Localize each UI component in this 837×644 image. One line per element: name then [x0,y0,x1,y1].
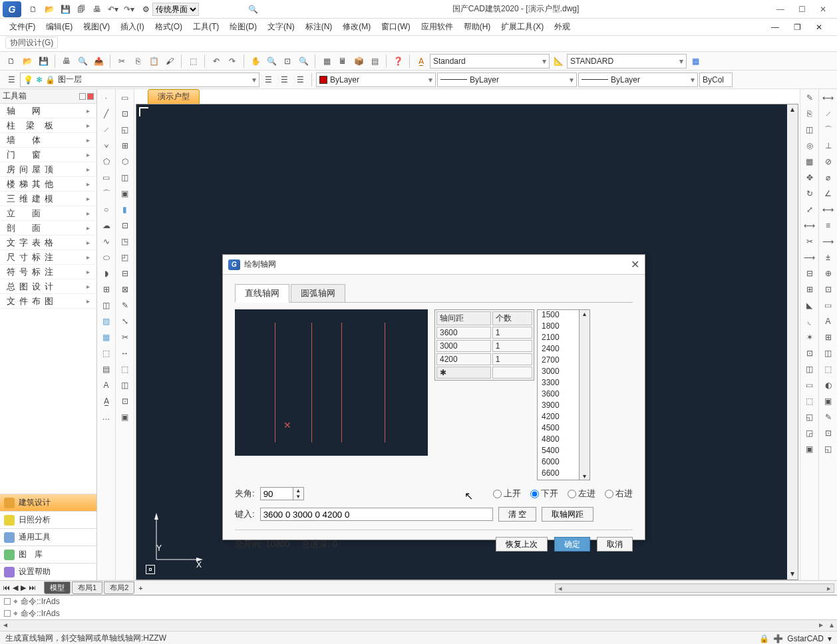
tool-icon[interactable]: ▭ [118,90,132,105]
spin-down-icon[interactable]: ▼ [293,494,303,500]
table-icon[interactable]: ▤ [99,362,114,377]
line-icon[interactable]: ╱ [99,106,114,121]
menu-appearance[interactable]: 外观 [549,19,576,35]
save-icon[interactable]: 💾 [36,54,51,69]
spline-icon[interactable]: ∿ [99,234,114,249]
preset-list[interactable]: 1500 1800 2100 2400 2700 3000 3300 3600 … [537,309,580,480]
restore-button[interactable]: 恢复上次 [496,537,548,552]
redo-icon[interactable]: ↷▾ [122,3,136,16]
lineweight-combo[interactable]: ByLayer▾ [578,73,698,87]
mirror-icon[interactable]: ◫ [802,122,817,137]
tool-icon[interactable]: ▣ [821,394,836,408]
tool-icon[interactable]: ⊟ [118,266,132,281]
maximize-button[interactable]: ☐ [794,2,809,17]
layerstate-icon[interactable]: ☰ [261,73,275,87]
dimstyle-combo[interactable]: STANDARD▾ [567,54,687,69]
tools-icon[interactable]: ▤ [367,54,382,69]
open-icon[interactable]: 📂 [20,54,35,69]
toolbox-item[interactable]: 门 窗▸ [0,148,96,162]
status-lock-icon[interactable]: 🔒 [759,634,769,643]
dim-baseline-icon[interactable]: ≡ [821,218,836,233]
cut-icon[interactable]: ✂ [114,54,129,69]
match-icon[interactable]: 🖌 [162,54,177,69]
tool-icon[interactable]: ▮ [118,202,132,217]
keyin-input[interactable] [260,508,493,521]
break-icon[interactable]: ⊟ [802,266,817,281]
dialog-titlebar[interactable]: G 绘制轴网 ✕ [223,255,645,275]
scale-icon[interactable]: ⤢ [802,202,817,217]
radio-left[interactable]: 左进 [568,488,595,500]
category-sun[interactable]: 日照分析 [0,511,96,528]
save-icon[interactable]: 💾 [59,3,72,16]
extend-icon[interactable]: ⟶ [802,250,817,265]
plotstyle-combo[interactable]: ByCol [699,73,733,87]
menu-ext[interactable]: 扩展工具(X) [496,19,549,35]
radio-bottom[interactable]: 下开 [530,488,558,500]
arc-icon[interactable]: ⌒ [99,186,114,201]
tool-icon[interactable]: ⊡ [118,218,132,233]
trim-icon[interactable]: ✂ [802,234,817,249]
undo-icon[interactable]: ↶▾ [106,3,120,16]
tool-icon[interactable]: ⬚ [821,362,836,377]
tab-prev-icon[interactable]: ◀ [13,583,18,592]
category-settings[interactable]: 设置帮助 [0,563,96,580]
toolbox-item[interactable]: 符号标注▸ [0,265,96,279]
block-icon[interactable]: ◫ [99,298,114,313]
more-icon[interactable]: … [99,410,114,424]
tool-icon[interactable]: ⊡ [118,394,132,408]
layeriso-icon[interactable]: ☰ [277,73,291,87]
angle-input[interactable] [260,487,293,500]
tool-icon[interactable]: ⬚ [802,394,817,408]
layerprev-icon[interactable]: ☰ [293,73,307,87]
tool-icon[interactable]: ◱ [802,410,817,424]
menu-insert[interactable]: 插入(I) [115,19,149,35]
explode-icon[interactable]: ✶ [802,330,817,345]
toolbox-item[interactable]: 总图设计▸ [0,279,96,294]
tab-next-icon[interactable]: ▶ [21,583,26,592]
preset-scrollbar[interactable]: ▴▾ [580,309,590,480]
textstyle-icon[interactable]: A̲ [414,54,428,69]
tool-icon[interactable]: ▣ [802,442,817,456]
toolbox-item[interactable]: 房间屋顶▸ [0,162,96,177]
tool-icon[interactable]: A [821,314,836,329]
menu-format[interactable]: 格式(O) [150,19,188,35]
command-scrollbar[interactable]: ◂▸▴ [0,619,837,630]
zoom-rt-icon[interactable]: 🔍 [264,54,279,69]
array-icon[interactable]: ▦ [802,154,817,169]
tool-icon[interactable]: ⬡ [118,154,132,169]
center-icon[interactable]: ⊕ [821,266,836,281]
category-arch[interactable]: 建筑设计 [0,494,96,511]
close-button[interactable]: ✕ [816,2,830,17]
command-line[interactable]: ⌖命令::IrAds [0,607,837,619]
category-library[interactable]: 图 库 [0,546,96,563]
tool-icon[interactable]: ◰ [118,250,132,265]
dimstyle-icon[interactable]: 📐 [551,54,566,69]
tab-add-icon[interactable]: + [136,584,145,592]
status-menu-icon[interactable]: ▾ [828,634,832,643]
toolbox-item[interactable]: 剖 面▸ [0,221,96,236]
toolbox-item[interactable]: 三维建模▸ [0,192,96,206]
minimize-button[interactable]: — [773,2,788,17]
dc-icon[interactable]: 📦 [351,54,366,69]
tab-layout2[interactable]: 布局2 [104,581,134,594]
text-icon[interactable]: A̲ [99,394,114,408]
redo-icon[interactable]: ↷ [225,54,240,69]
clear-button[interactable]: 清 空 [498,507,536,522]
radio-right[interactable]: 右进 [605,488,633,500]
color-combo[interactable]: ByLayer▾ [316,73,436,87]
tool-icon[interactable]: ◫ [802,362,817,377]
tool-icon[interactable]: ⊡ [118,106,132,121]
drawing-tab[interactable]: 演示户型 [148,89,200,104]
cancel-button[interactable]: 取消 [597,537,633,552]
tool-icon[interactable]: ⊞ [821,330,836,345]
pick-button[interactable]: 取轴网距 [542,507,593,522]
circle-icon[interactable]: ○ [99,202,114,217]
dim-radius-icon[interactable]: ⊘ [821,154,836,169]
insert-icon[interactable]: ⊞ [99,282,114,297]
stretch-icon[interactable]: ⟷ [802,218,817,233]
linetype-combo[interactable]: ByLayer▾ [437,73,577,87]
region-icon[interactable]: ⬚ [99,346,114,361]
horizontal-scrollbar[interactable]: ◂▸ [555,583,834,593]
tool-icon[interactable]: ◫ [821,346,836,361]
category-common[interactable]: 通用工具 [0,528,96,546]
